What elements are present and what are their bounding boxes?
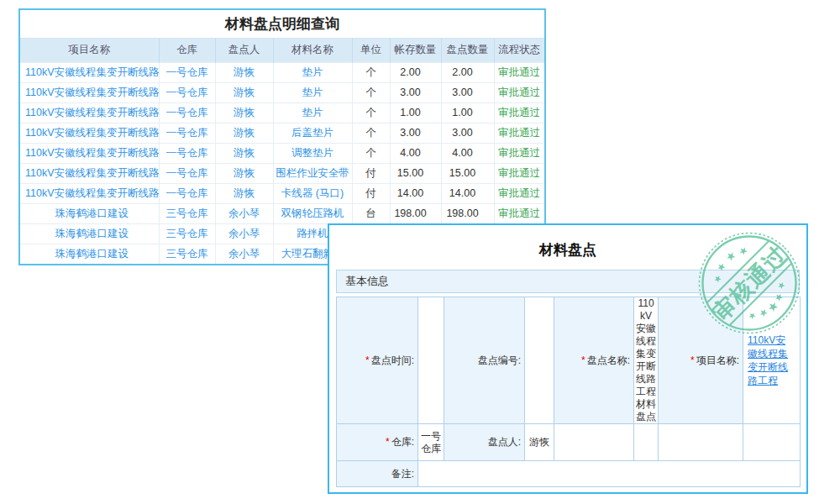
form-row-main: *盘点时间: 盘点编号: *盘点名称: 110kV安徽线程集变开断线路工程材料盘… bbox=[337, 297, 801, 424]
table-row: 110kV安徽线程集变开断线路工程 一号仓库 游恢 垫片 个 1.00 1.00… bbox=[20, 102, 544, 123]
person-value: 游恢 bbox=[525, 424, 554, 461]
cell-unit: 个 bbox=[352, 82, 390, 102]
col-header-person: 盘点人 bbox=[215, 39, 273, 62]
cell-count-qty: 14.00 bbox=[441, 183, 494, 203]
cell-warehouse: 三号仓库 bbox=[159, 203, 215, 223]
cell-warehouse: 一号仓库 bbox=[159, 183, 215, 203]
warehouse-label: *仓库: bbox=[337, 424, 418, 461]
project-name-link[interactable]: 110kV安徽线程集变开断线路工程 bbox=[743, 333, 800, 387]
col-header-status: 流程状态 bbox=[494, 39, 544, 62]
cell-project-link[interactable]: 110kV安徽线程集变开断线路工程 bbox=[20, 183, 159, 203]
cell-warehouse: 一号仓库 bbox=[159, 143, 215, 163]
table-row: 110kV安徽线程集变开断线路工程 一号仓库 游恢 垫片 个 3.00 3.00… bbox=[20, 82, 544, 102]
cell-book-qty: 3.00 bbox=[390, 123, 441, 143]
cell-unit: 付 bbox=[352, 163, 390, 183]
cell-warehouse: 一号仓库 bbox=[159, 123, 215, 143]
screen: 材料盘点明细查询 项目名称 仓库 盘点人 材料名称 单位 帐存数量 盘点数量 流… bbox=[0, 0, 840, 504]
table-header-row: 项目名称 仓库 盘点人 材料名称 单位 帐存数量 盘点数量 流程状态 bbox=[20, 39, 544, 62]
col-header-warehouse: 仓库 bbox=[159, 39, 215, 62]
inventory-time-label: *盘点时间: bbox=[337, 297, 418, 424]
inventory-name-label: *盘点名称: bbox=[554, 297, 634, 424]
basic-info-section-header: 基本信息 bbox=[336, 270, 800, 293]
cell-project-link[interactable]: 珠海鹤港口建设 bbox=[20, 244, 159, 264]
cell-count-qty: 3.00 bbox=[441, 82, 494, 102]
inventory-name-value: 110kV安徽线程集变开断线路工程材料盘点 bbox=[634, 297, 659, 424]
project-name-label: *项目名称: bbox=[659, 297, 743, 424]
cell-unit: 付 bbox=[352, 183, 390, 203]
basic-info-form: *盘点时间: 盘点编号: *盘点名称: 110kV安徽线程集变开断线路工程材料盘… bbox=[336, 297, 801, 487]
cell-person: 游恢 bbox=[215, 123, 273, 143]
cell-material: 后盖垫片 bbox=[273, 123, 352, 143]
form-row-remark: 备注: bbox=[337, 461, 801, 487]
cell-project-link[interactable]: 110kV安徽线程集变开断线路工程 bbox=[20, 123, 159, 143]
cell-count-qty: 4.00 bbox=[441, 143, 494, 163]
cell-warehouse: 一号仓库 bbox=[159, 82, 215, 102]
cell-status-link[interactable]: 审批通过 bbox=[494, 183, 544, 203]
cell-project-link[interactable]: 珠海鹤港口建设 bbox=[20, 203, 159, 223]
col-header-material: 材料名称 bbox=[273, 39, 352, 62]
table-row: 110kV安徽线程集变开断线路工程 一号仓库 游恢 调整垫片 个 4.00 4.… bbox=[20, 143, 544, 163]
inventory-no-label: 盘点编号: bbox=[444, 297, 525, 424]
col-header-unit: 单位 bbox=[352, 39, 390, 62]
cell-person: 游恢 bbox=[215, 82, 273, 102]
cell-unit: 台 bbox=[352, 203, 390, 223]
required-marker: * bbox=[365, 354, 370, 366]
cell-unit: 个 bbox=[352, 123, 390, 143]
cell-status-link[interactable]: 审批通过 bbox=[494, 102, 544, 123]
col-header-count-qty: 盘点数量 bbox=[441, 39, 494, 62]
warehouse-value: 一号仓库 bbox=[418, 424, 444, 461]
required-marker: * bbox=[581, 354, 585, 366]
cell-status-link[interactable]: 审批通过 bbox=[494, 143, 544, 163]
cell-count-qty: 15.00 bbox=[441, 163, 494, 183]
cell-status-link[interactable]: 审批通过 bbox=[494, 82, 544, 102]
empty-cell bbox=[634, 424, 659, 461]
cell-book-qty: 3.00 bbox=[390, 82, 441, 102]
cell-book-qty: 2.00 bbox=[390, 62, 441, 82]
required-marker: * bbox=[386, 436, 390, 448]
cell-person: 游恢 bbox=[215, 163, 273, 183]
cell-count-qty: 198.00 bbox=[441, 203, 494, 223]
project-name-value-cell: 110kV安徽线程集变开断线路工程 bbox=[743, 297, 801, 424]
cell-count-qty: 2.00 bbox=[441, 62, 494, 82]
cell-project-link[interactable]: 110kV安徽线程集变开断线路工程 bbox=[20, 102, 159, 123]
cell-person: 游恢 bbox=[215, 143, 273, 163]
cell-book-qty: 198.00 bbox=[390, 203, 441, 223]
cell-person: 游恢 bbox=[215, 62, 273, 82]
col-header-project: 项目名称 bbox=[20, 39, 159, 62]
cell-warehouse: 一号仓库 bbox=[159, 163, 215, 183]
cell-material: 调整垫片 bbox=[273, 143, 352, 163]
cell-book-qty: 1.00 bbox=[390, 102, 441, 123]
cell-count-qty: 3.00 bbox=[441, 123, 494, 143]
cell-material: 卡线器 (马口) bbox=[273, 183, 352, 203]
cell-person: 余小琴 bbox=[215, 223, 273, 244]
cell-book-qty: 14.00 bbox=[390, 183, 441, 203]
person-label: 盘点人: bbox=[444, 424, 525, 461]
cell-status-link[interactable]: 审批通过 bbox=[494, 203, 544, 223]
table-row: 110kV安徽线程集变开断线路工程 一号仓库 游恢 垫片 个 2.00 2.00… bbox=[20, 62, 544, 82]
form-row-warehouse: *仓库: 一号仓库 盘点人: 游恢 bbox=[337, 424, 801, 461]
cell-project-link[interactable]: 110kV安徽线程集变开断线路工程 bbox=[20, 82, 159, 102]
cell-project-link[interactable]: 110kV安徽线程集变开断线路工程 bbox=[20, 163, 159, 183]
cell-person: 余小琴 bbox=[215, 203, 273, 223]
detail-panel-title: 材料盘点 bbox=[329, 240, 806, 260]
cell-person: 游恢 bbox=[215, 102, 273, 123]
cell-project-link[interactable]: 110kV安徽线程集变开断线路工程 bbox=[20, 62, 159, 82]
table-row: 珠海鹤港口建设 三号仓库 余小琴 双钢轮压路机 台 198.00 198.00 … bbox=[20, 203, 544, 223]
cell-status-link[interactable]: 审批通过 bbox=[494, 62, 544, 82]
empty-cell bbox=[659, 424, 743, 461]
required-marker: * bbox=[690, 354, 695, 366]
cell-book-qty: 4.00 bbox=[390, 143, 441, 163]
table-row: 110kV安徽线程集变开断线路工程 一号仓库 游恢 后盖垫片 个 3.00 3.… bbox=[20, 123, 544, 143]
table-row: 110kV安徽线程集变开断线路工程 一号仓库 游恢 卡线器 (马口) 付 14.… bbox=[20, 183, 544, 203]
cell-project-link[interactable]: 珠海鹤港口建设 bbox=[20, 223, 159, 244]
cell-warehouse: 三号仓库 bbox=[159, 244, 215, 264]
empty-cell bbox=[554, 424, 634, 461]
material-inventory-detail-panel: 材料盘点 基本信息 *盘点时间: 盘点编号: *盘点名称: 110kV安徽线程集… bbox=[328, 223, 808, 494]
cell-status-link[interactable]: 审批通过 bbox=[494, 123, 544, 143]
cell-project-link[interactable]: 110kV安徽线程集变开断线路工程 bbox=[20, 143, 159, 163]
cell-status-link[interactable]: 审批通过 bbox=[494, 163, 544, 183]
cell-warehouse: 三号仓库 bbox=[159, 223, 215, 244]
cell-material: 垫片 bbox=[273, 62, 352, 82]
cell-unit: 个 bbox=[352, 102, 390, 123]
remark-value bbox=[418, 461, 801, 487]
